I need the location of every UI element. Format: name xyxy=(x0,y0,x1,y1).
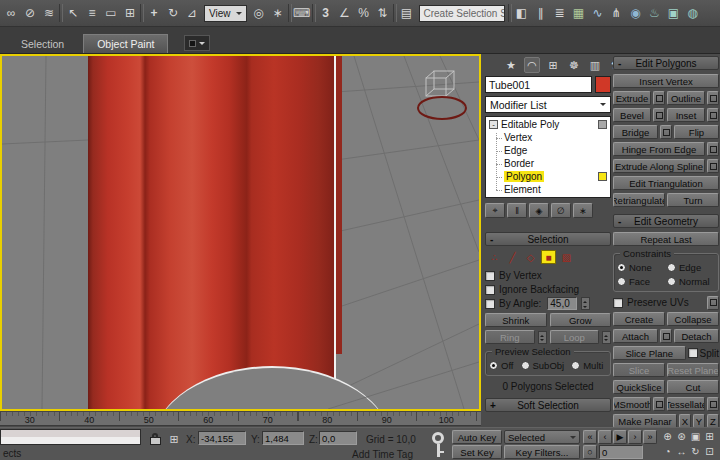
outline-button[interactable]: Outline xyxy=(667,91,705,105)
quick-render-icon[interactable]: ◍ xyxy=(684,4,702,23)
play-button[interactable]: ▶ xyxy=(613,430,627,444)
display-panel-tab-icon[interactable]: ▥ xyxy=(587,57,603,73)
by-angle-field[interactable]: 45,0 xyxy=(547,297,577,310)
object-name-field[interactable]: Tube001 xyxy=(485,76,592,93)
stack-row-element[interactable]: Element xyxy=(486,183,610,196)
percent-snap-icon[interactable]: % xyxy=(355,4,373,23)
preview-off-radio[interactable]: Off xyxy=(489,360,514,371)
set-key-mode-icon[interactable] xyxy=(430,432,448,458)
schematic-view-icon[interactable]: ⋔ xyxy=(608,4,626,23)
select-and-scale-icon[interactable]: ⊿ xyxy=(183,4,201,23)
selection-rollout-header[interactable]: - Selection xyxy=(485,232,611,246)
retriangulate-button[interactable]: Retriangulate xyxy=(613,193,665,207)
bind-to-spacewarp-icon[interactable]: ≋ xyxy=(40,4,58,23)
keyboard-override-icon[interactable]: ⌨ xyxy=(293,4,311,23)
preview-subobj-radio[interactable]: SubObj xyxy=(521,360,565,371)
go-to-end-button[interactable]: » xyxy=(643,430,657,444)
current-frame-field[interactable]: 0 xyxy=(599,445,643,459)
hinge-from-edge-button[interactable]: Hinge From Edge xyxy=(613,142,705,156)
edge-subobject-icon[interactable]: ╱ xyxy=(505,250,520,264)
insert-vertex-button[interactable]: Insert Vertex xyxy=(613,74,719,88)
attach-settings-button[interactable] xyxy=(660,329,672,343)
pin-stack-button[interactable]: ⌖ xyxy=(485,203,505,218)
slice-plane-button[interactable]: Slice Plane xyxy=(613,346,686,360)
snap-toggle-3d-icon[interactable]: 3 xyxy=(317,4,335,23)
previous-frame-button[interactable]: ‹ xyxy=(598,430,612,444)
auto-key-button[interactable]: Auto Key xyxy=(452,430,502,444)
edit-named-selection-sets-icon[interactable]: ▤ xyxy=(398,4,416,23)
spinner-down-icon[interactable] xyxy=(603,337,610,343)
preview-multi-radio[interactable]: Multi xyxy=(571,360,603,371)
extrude-along-spline-button[interactable]: Extrude Along Spline xyxy=(613,159,705,173)
orbit-icon[interactable]: ↻ xyxy=(689,444,702,458)
align-icon[interactable]: ∥ xyxy=(532,4,550,23)
border-subobject-icon[interactable]: ◇ xyxy=(523,250,538,264)
object-color-swatch[interactable] xyxy=(595,76,611,93)
collapse-icon[interactable]: - xyxy=(489,120,498,129)
inset-button[interactable]: Inset xyxy=(667,108,705,122)
key-filters-button[interactable]: Key Filters... xyxy=(504,445,580,459)
bridge-button[interactable]: Bridge xyxy=(613,125,658,139)
modify-panel-tab-icon[interactable]: ◠ xyxy=(524,57,540,73)
detach-button[interactable]: Detach xyxy=(674,329,719,343)
stack-row-polygon[interactable]: Polygon xyxy=(486,170,610,183)
inset-settings-button[interactable] xyxy=(707,108,719,122)
make-planar-y-button[interactable]: Y xyxy=(693,414,705,428)
preserve-uvs-checkbox[interactable] xyxy=(613,298,623,308)
maxscript-mini-listener[interactable] xyxy=(0,429,141,445)
attach-button[interactable]: Attach xyxy=(613,329,658,343)
zoom-all-icon[interactable]: ⊛ xyxy=(675,429,688,443)
spinner-down-icon[interactable] xyxy=(539,337,546,343)
by-vertex-checkbox[interactable]: By Vertex xyxy=(485,269,611,282)
key-mode-toggle-button[interactable]: ○ xyxy=(583,445,597,459)
maximize-viewport-icon[interactable]: ⊡ xyxy=(703,444,716,458)
select-and-link-icon[interactable]: ∞ xyxy=(2,4,20,23)
constraint-normal-radio[interactable]: Normal xyxy=(667,276,715,287)
turn-button[interactable]: Turn xyxy=(667,193,719,207)
stack-row-editable-poly[interactable]: - Editable Poly xyxy=(486,118,610,131)
loop-spinner[interactable] xyxy=(602,331,611,344)
edit-geometry-rollout-header[interactable]: - Edit Geometry xyxy=(613,214,719,228)
bevel-button[interactable]: Bevel xyxy=(613,108,651,122)
graphite-modeling-toggle-icon[interactable]: ▦ xyxy=(570,4,588,23)
reset-plane-button[interactable]: Reset Plane xyxy=(667,363,719,377)
angle-snap-icon[interactable]: ∠ xyxy=(336,4,354,23)
stack-row-vertex[interactable]: Vertex xyxy=(486,131,610,144)
extrude-settings-button[interactable] xyxy=(653,91,665,105)
track-bar[interactable]: 30405060708090100 xyxy=(0,411,481,426)
absolute-mode-icon[interactable]: ⊞ xyxy=(167,432,181,446)
rectangular-selection-region-icon[interactable]: ▭ xyxy=(102,4,120,23)
ring-button[interactable]: Ring xyxy=(485,330,535,344)
field-of-view-icon[interactable]: ◔ xyxy=(661,444,674,458)
stack-onoff-icon[interactable] xyxy=(598,120,607,129)
ribbon-config-button[interactable] xyxy=(184,35,210,51)
vertex-subobject-icon[interactable]: ∴ xyxy=(487,250,502,264)
select-and-move-icon[interactable]: + xyxy=(145,4,163,23)
loop-button[interactable]: Loop xyxy=(550,330,600,344)
reference-coordinate-combo[interactable]: View xyxy=(204,5,247,22)
y-coordinate-field[interactable]: 1,484 xyxy=(262,431,304,445)
curve-editor-icon[interactable]: ∿ xyxy=(589,4,607,23)
select-by-name-icon[interactable]: ≡ xyxy=(83,4,101,23)
ignore-backfacing-checkbox[interactable]: Ignore Backfacing xyxy=(485,283,611,296)
polygon-subobject-icon[interactable]: ■ xyxy=(541,250,556,264)
msmooth-button[interactable]: MSmooth xyxy=(613,397,651,411)
render-setup-icon[interactable]: ♨ xyxy=(646,4,664,23)
repeat-last-button[interactable]: Repeat Last xyxy=(613,232,719,246)
ribbon-tab-object-paint[interactable]: Object Paint xyxy=(83,34,168,53)
named-selection-set-combo[interactable]: Create Selection Se xyxy=(419,5,505,22)
extrude-along-spline-settings-button[interactable] xyxy=(707,159,719,173)
constraint-none-radio[interactable]: None xyxy=(617,262,665,273)
outline-settings-button[interactable] xyxy=(707,91,719,105)
x-coordinate-field[interactable]: -34,155 xyxy=(198,431,246,445)
layer-manager-icon[interactable]: ≣ xyxy=(551,4,569,23)
spinner-down-icon[interactable] xyxy=(582,304,589,310)
select-object-icon[interactable]: ↖ xyxy=(64,4,82,23)
mirror-icon[interactable]: ◧ xyxy=(513,4,531,23)
make-planar-x-button[interactable]: X xyxy=(679,414,691,428)
configure-modifier-sets-button[interactable]: ∗ xyxy=(573,203,593,218)
select-and-manipulate-icon[interactable]: ∗ xyxy=(269,4,287,23)
hierarchy-panel-tab-icon[interactable]: ⊞ xyxy=(545,57,561,73)
extrude-button[interactable]: Extrude xyxy=(613,91,651,105)
show-end-result-button[interactable]: ‖ xyxy=(507,203,527,218)
